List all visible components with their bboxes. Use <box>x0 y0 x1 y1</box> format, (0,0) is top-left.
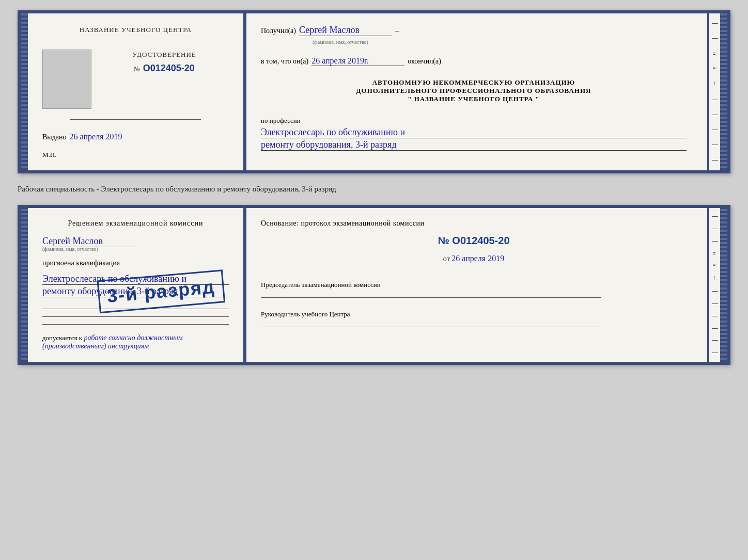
decision-label: Решением экзаменационной комиссии <box>42 219 229 228</box>
bottom-right-spine <box>720 208 727 362</box>
left-spine-strip <box>21 13 28 170</box>
right-spine-strip-top <box>720 13 727 170</box>
bottom-certificate: Решением экзаменационной комиссии Сергей… <box>18 205 730 365</box>
received-row: Получил(а) Сергей Маслов – <box>261 25 687 36</box>
fio-label-bottom: (фамилия, имя, отчество) <box>42 246 229 252</box>
manager-label: Руководитель учебного Центра <box>261 310 687 318</box>
bottom-cert-right-page: Основание: протокол экзаменационной коми… <box>246 208 709 362</box>
issue-date-row: Выдано 26 апреля 2019 <box>42 132 229 141</box>
stamp-text: 3-й разряд <box>106 276 216 307</box>
assigned-label: присвоена квалификация <box>42 259 229 267</box>
photo-placeholder <box>42 50 91 109</box>
between-cert-text: Рабочая специальность - Электрослесарь п… <box>18 183 730 196</box>
bottom-left-spine <box>21 208 28 362</box>
basis-label: Основание: протокол экзаменационной коми… <box>261 219 687 228</box>
allowed-row: допускается к работе согласно должностны… <box>42 334 229 350</box>
cert-id-block: УДОСТОВЕРЕНИЕ № O012405-20 <box>100 50 229 74</box>
protocol-date: от 26 апреля 2019 <box>261 254 687 263</box>
chairman-label: Председатель экзаменационной комиссии <box>261 281 687 289</box>
top-cert-left-page: НАЗВАНИЕ УЧЕБНОГО ЦЕНТРА УДОСТОВЕРЕНИЕ №… <box>28 13 245 170</box>
protocol-number: № O012405-20 <box>261 235 687 247</box>
fio-label-top: (фамилия, имя, отчество) <box>313 39 687 45</box>
top-certificate: НАЗВАНИЕ УЧЕБНОГО ЦЕНТРА УДОСТОВЕРЕНИЕ №… <box>18 10 730 173</box>
right-margin-top: и а ← <box>709 13 720 170</box>
in-that-row: в том, что он(а) 26 апреля 2019г. окончи… <box>261 56 687 66</box>
cert-school-name-top: НАЗВАНИЕ УЧЕБНОГО ЦЕНТРА <box>42 25 229 34</box>
org-block: АВТОНОМНУЮ НЕКОММЕРЧЕСКУЮ ОРГАНИЗАЦИЮ ДО… <box>261 78 687 103</box>
person-name-block: Сергей Маслов (фамилия, имя, отчество) <box>42 236 229 252</box>
profession-block: по профессии Электрослесарь по обслужива… <box>261 117 687 151</box>
bottom-cert-left-page: Решением экзаменационной комиссии Сергей… <box>28 208 245 362</box>
right-margin-bottom: и а ← <box>709 208 720 362</box>
stamp-label: М.П. <box>42 151 229 159</box>
top-cert-right-page: Получил(а) Сергей Маслов – (фамилия, имя… <box>246 13 709 170</box>
